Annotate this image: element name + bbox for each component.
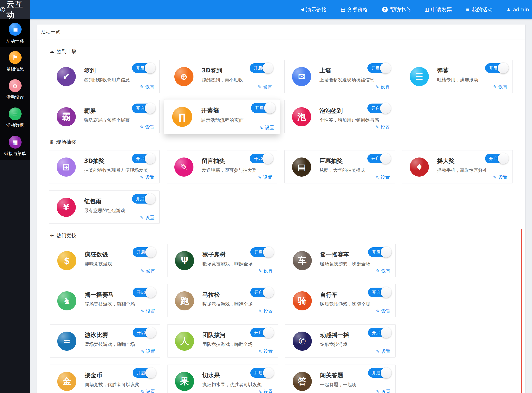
toggle-knob: [263, 368, 274, 378]
monitor-icon: ▣: [9, 23, 22, 36]
card-description: 发送弹幕，即可参与抽大奖: [202, 167, 273, 174]
nav-item-套餐价格[interactable]: ▤套餐价格: [341, 6, 368, 13]
enable-toggle[interactable]: 开启: [250, 63, 272, 73]
card-description: 展示活动流程的页面: [201, 117, 276, 124]
settings-link[interactable]: ✎设置: [493, 174, 507, 181]
settings-link[interactable]: ✎设置: [376, 348, 390, 355]
card-title: 猴子爬树: [202, 251, 226, 259]
settings-link[interactable]: ✎设置: [258, 308, 273, 314]
settings-link[interactable]: ✎设置: [140, 124, 154, 130]
activity-card-自行车: 骑自行车暖场竞技游戏，嗨翻全场开启✎设置: [285, 284, 396, 317]
card-title: 疯狂数钱: [85, 251, 108, 259]
card-description: 抽奖能够收实现最方便现场发奖: [84, 167, 156, 174]
section-label-现场抽奖: ♛现场抽奖: [49, 139, 514, 145]
enable-toggle[interactable]: 开启: [251, 103, 275, 113]
card-description: 炫酷竞技游戏: [320, 341, 392, 348]
megaphone-icon: ◀: [300, 7, 304, 12]
card-title: 霸屏: [84, 107, 96, 115]
enable-toggle[interactable]: 开启: [133, 247, 155, 257]
settings-link[interactable]: ✎设置: [140, 84, 154, 90]
settings-link[interactable]: ✎设置: [258, 389, 273, 393]
enable-toggle[interactable]: 开启: [367, 63, 390, 73]
toggle-knob: [498, 63, 508, 74]
enable-toggle[interactable]: 开启: [485, 154, 508, 163]
enable-toggle[interactable]: 开启: [132, 194, 155, 204]
enable-toggle[interactable]: 开启: [133, 288, 155, 297]
card-title: 留言抽奖: [202, 157, 225, 165]
enable-toggle[interactable]: 开启: [368, 368, 391, 378]
activity-card-弹幕: ☰弹幕吐槽专用，满屏滚动开启✎设置: [402, 60, 513, 93]
enable-toggle[interactable]: 开启: [368, 328, 391, 337]
nav-item-申请发票[interactable]: ▥申请发票: [425, 6, 452, 13]
car-icon: 车: [293, 251, 312, 270]
settings-label: 设置: [381, 124, 390, 130]
activity-card-游泳比赛: ≈游泳比赛暖场竞技游戏，嗨翻全场开启✎设置: [50, 324, 160, 358]
settings-link[interactable]: ✎设置: [141, 348, 155, 355]
edit-pencil-icon: ✎: [141, 349, 144, 354]
enable-toggle[interactable]: 开启: [367, 103, 390, 113]
sidebar-item-label: 活动一览: [6, 38, 24, 44]
enable-toggle[interactable]: 开启: [250, 154, 272, 163]
sidebar-item-活动设置[interactable]: ⚙活动设置: [0, 75, 30, 104]
settings-link[interactable]: ✎设置: [376, 308, 390, 314]
settings-link[interactable]: ✎设置: [141, 389, 155, 393]
my-activities-icon: ≡: [466, 7, 469, 12]
nav-item-admin[interactable]: ♟admin: [507, 7, 529, 13]
activity-card-3D抽奖: ⊞3D抽奖抽奖能够收实现最方便现场发奖开启✎设置: [49, 150, 160, 183]
runner-icon: 跑: [175, 291, 194, 310]
toggle-knob: [145, 287, 156, 298]
settings-link[interactable]: ✎设置: [375, 84, 390, 90]
nav-item-label: 套餐价格: [347, 6, 368, 13]
settings-link[interactable]: ✎设置: [258, 84, 272, 90]
settings-link[interactable]: ✎设置: [141, 268, 155, 274]
settings-link[interactable]: ✎设置: [140, 174, 154, 181]
sidebar-item-基础信息[interactable]: ⚑基础信息: [0, 47, 30, 75]
nav-item-演示链接[interactable]: ◀演示链接: [300, 6, 327, 13]
settings-link[interactable]: ✎设置: [376, 268, 390, 274]
settings-link[interactable]: ✎设置: [141, 308, 155, 314]
settings-link[interactable]: ✎设置: [140, 215, 154, 221]
logo-text: 云互动: [6, 0, 30, 20]
database-icon: ☰: [9, 108, 22, 120]
enable-toggle[interactable]: 开启: [132, 154, 155, 163]
sidebar-item-链接与菜单[interactable]: ▦链接与菜单: [0, 132, 30, 160]
toggle-knob: [264, 102, 276, 113]
toggle-knob: [263, 287, 274, 298]
settings-link[interactable]: ✎设置: [375, 174, 390, 181]
settings-link[interactable]: ✎设置: [259, 124, 274, 131]
nav-item-帮助中心[interactable]: ?帮助中心: [382, 6, 411, 13]
settings-link[interactable]: ✎设置: [376, 389, 390, 393]
enable-toggle[interactable]: 开启: [250, 288, 273, 297]
activity-card-摇一摇赛马: ♞摇一摇赛马暖场竞技游戏，嗨翻全场开启✎设置: [50, 284, 160, 317]
settings-label: 设置: [498, 174, 507, 181]
settings-link[interactable]: ✎设置: [375, 124, 390, 130]
enable-toggle[interactable]: 开启: [250, 368, 273, 378]
card-title: 3D签到: [202, 67, 222, 74]
settings-label: 设置: [146, 348, 155, 355]
settings-label: 设置: [146, 389, 155, 393]
enable-toggle[interactable]: 开启: [367, 154, 390, 163]
activity-card-摇一摇赛车: 车摇一摇赛车暖场竞技游戏，嗨翻全场开启✎设置: [285, 244, 396, 277]
enable-toggle[interactable]: 开启: [250, 328, 273, 337]
enable-toggle[interactable]: 开启: [133, 328, 155, 337]
sidebar-item-活动数据[interactable]: ☰活动数据: [0, 104, 30, 132]
settings-link[interactable]: ✎设置: [258, 268, 273, 274]
nav-item-我的活动[interactable]: ≡我的活动: [466, 6, 492, 13]
enable-toggle[interactable]: 开启: [133, 368, 155, 378]
card-description: 吐槽专用，满屏滚动: [437, 77, 509, 83]
settings-link[interactable]: ✎设置: [258, 348, 273, 355]
card-grid: ✔签到签到能够收录用户信息开启✎设置⊕3D签到炫酷签到，美不胜收开启✎设置✉上墙…: [49, 60, 514, 133]
enable-toggle[interactable]: 开启: [132, 103, 155, 113]
settings-label: 设置: [263, 174, 272, 181]
activity-card-摇大奖: ♦摇大奖摇动手机，赢取惊喜好礼开启✎设置: [402, 150, 513, 183]
toggle-knob: [380, 153, 391, 164]
toggle-knob: [263, 247, 274, 257]
enable-toggle[interactable]: 开启: [485, 63, 508, 73]
enable-toggle[interactable]: 开启: [368, 247, 391, 257]
enable-toggle[interactable]: 开启: [368, 288, 391, 297]
enable-toggle[interactable]: 开启: [250, 247, 273, 257]
enable-toggle[interactable]: 开启: [132, 63, 155, 73]
settings-link[interactable]: ✎设置: [258, 174, 272, 181]
sidebar-item-活动一览[interactable]: ▣活动一览: [0, 19, 30, 47]
settings-link[interactable]: ✎设置: [493, 84, 507, 90]
